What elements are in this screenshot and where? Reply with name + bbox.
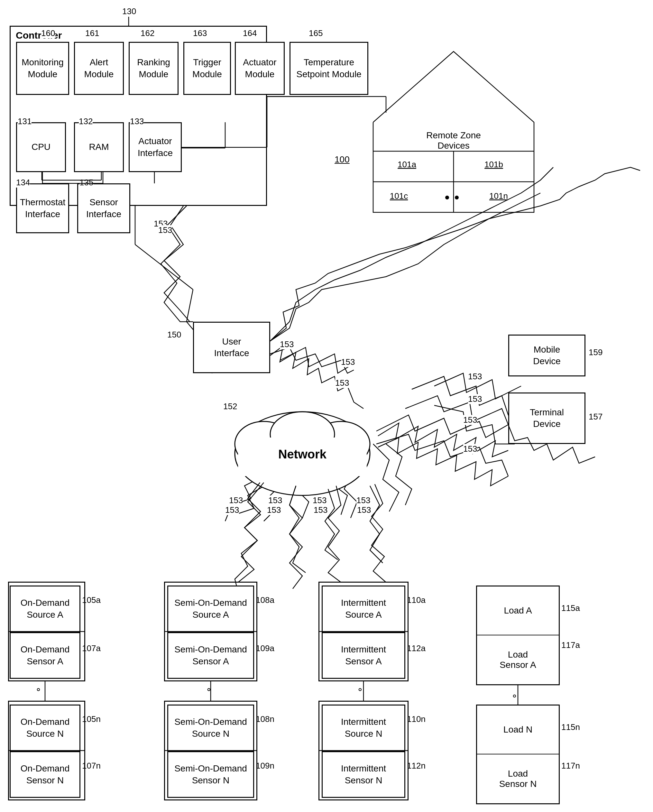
ranking-module-label: RankingModule <box>137 56 170 80</box>
ref-162: 162 <box>140 28 154 38</box>
ref-117a: 117a <box>561 640 580 650</box>
ram-box: RAM <box>74 122 124 172</box>
ref-159: 159 <box>589 348 603 357</box>
ref-153-net-mob: 153 <box>468 372 482 382</box>
ref-153-7: 153 <box>313 495 326 505</box>
thermostat-interface-box: ThermostatInterface <box>16 183 69 233</box>
ref-161: 161 <box>85 28 99 38</box>
ref-165: 165 <box>309 28 323 38</box>
trigger-module-box: TriggerModule <box>183 42 231 95</box>
semi-on-demand-n-group-box <box>164 701 257 800</box>
ref-150: 150 <box>167 330 181 340</box>
ref-157: 157 <box>589 412 603 422</box>
trigger-module-label: TriggerModule <box>192 56 222 80</box>
actuator-interface-box: ActuatorInterface <box>129 122 182 172</box>
load-a-outer-box: Load A LoadSensor A <box>476 586 560 685</box>
ref-131: 131 <box>18 116 32 127</box>
terminal-device-label: TerminalDevice <box>530 407 564 430</box>
ref-109n: 109n <box>256 761 275 771</box>
ref-135: 135 <box>79 178 93 188</box>
actuator-module-label: ActuatorModule <box>243 56 276 80</box>
actuator-interface-label: ActuatorInterface <box>138 136 173 159</box>
ref-153-net-term: 153 <box>468 394 482 404</box>
ref-153-4: 153 <box>463 444 477 454</box>
dots-col1: ∘ <box>35 684 41 695</box>
svg-text:101b: 101b <box>484 160 503 169</box>
dots-col4: ∘ <box>511 690 517 701</box>
svg-text:Devices: Devices <box>438 140 470 151</box>
thermostat-interface-label: ThermostatInterface <box>20 197 66 220</box>
ref-153-3: 153 <box>463 415 477 425</box>
svg-text:Remote Zone: Remote Zone <box>426 130 481 140</box>
ref-108a: 108a <box>256 595 275 605</box>
ref-153-2: 153 <box>335 378 349 388</box>
terminal-device-box: TerminalDevice <box>508 392 586 444</box>
ref-133: 133 <box>130 116 144 127</box>
ref-153-net-od: 153 <box>225 505 239 515</box>
ref-153-ui-net: 153 <box>341 357 355 367</box>
actuator-module-box: ActuatorModule <box>235 42 285 95</box>
ref-153-net-load: 153 <box>357 505 371 515</box>
semi-on-demand-group-box <box>164 582 257 681</box>
svg-text:Network: Network <box>278 447 327 461</box>
ref-110a: 110a <box>407 595 426 605</box>
ref-134: 134 <box>16 178 30 188</box>
ref-109a: 109a <box>256 643 275 653</box>
dots-col3: ∘ <box>357 684 363 695</box>
ref-110n: 110n <box>407 714 426 724</box>
ref-153-8: 153 <box>356 495 370 505</box>
monitoring-module-box: MonitoringModule <box>16 42 69 95</box>
ref-100: 100 <box>334 154 350 165</box>
temp-setpoint-module-label: TemperatureSetpoint Module <box>296 56 361 80</box>
svg-text:101a: 101a <box>398 160 416 169</box>
ref-153-net-int: 153 <box>314 505 328 515</box>
load-sensor-n-inner: LoadSensor N <box>477 754 559 803</box>
ref-153-net-sod: 153 <box>267 505 281 515</box>
alert-module-box: AlertModule <box>74 42 124 95</box>
ref-108n: 108n <box>256 714 275 724</box>
diagram: 130 Controller 160 MonitoringModule Aler… <box>0 0 653 812</box>
ref-160: 160 <box>41 28 55 38</box>
ref-130: 130 <box>122 6 136 17</box>
house-shape: Remote Zone Devices 101a 101b 101c 101n <box>360 42 547 222</box>
alert-module-label: AlertModule <box>84 56 114 80</box>
ref-152: 152 <box>223 401 237 412</box>
load-n-inner: Load N <box>477 705 559 754</box>
ref-163: 163 <box>193 28 207 38</box>
intermittent-n-group-box <box>319 701 409 800</box>
on-demand-group-box <box>8 582 85 681</box>
network-cloud: Network <box>225 402 380 511</box>
user-interface-label: UserInterface <box>214 336 249 359</box>
mobile-device-label: MobileDevice <box>533 344 561 367</box>
mobile-device-box: MobileDevice <box>508 334 586 376</box>
ref-153-ui: 153 <box>280 339 294 350</box>
load-sensor-a-inner: LoadSensor A <box>477 635 559 684</box>
svg-text:101n: 101n <box>489 191 508 201</box>
load-n-outer-box: Load N LoadSensor N <box>476 705 560 804</box>
ranking-module-box: RankingModule <box>129 42 179 95</box>
intermittent-group-box <box>319 582 409 681</box>
ref-115a: 115a <box>561 603 580 613</box>
ref-153-5: 153 <box>229 495 243 505</box>
sensor-interface-box: SensorInterface <box>77 183 130 233</box>
sensor-interface-label: SensorInterface <box>86 197 121 220</box>
ref-164: 164 <box>243 28 257 38</box>
dots-col2: ∘ <box>206 684 212 695</box>
svg-point-17 <box>445 195 449 200</box>
svg-line-2 <box>135 244 193 290</box>
svg-line-3 <box>186 290 193 322</box>
load-a-inner: Load A <box>477 586 559 635</box>
svg-text:101c: 101c <box>390 191 408 201</box>
ref-112n: 112n <box>407 761 426 771</box>
cpu-label: CPU <box>32 141 50 153</box>
user-interface-box: UserInterface <box>193 322 270 373</box>
ref-117n: 117n <box>561 761 580 771</box>
ref-132: 132 <box>79 116 93 127</box>
ref-153-1: 153 <box>158 225 172 235</box>
ref-112a: 112a <box>407 643 426 653</box>
ram-label: RAM <box>89 141 109 153</box>
ref-153-6: 153 <box>268 495 282 505</box>
on-demand-n-group-box <box>8 701 85 800</box>
cpu-box: CPU <box>16 122 66 172</box>
svg-point-18 <box>455 195 459 200</box>
